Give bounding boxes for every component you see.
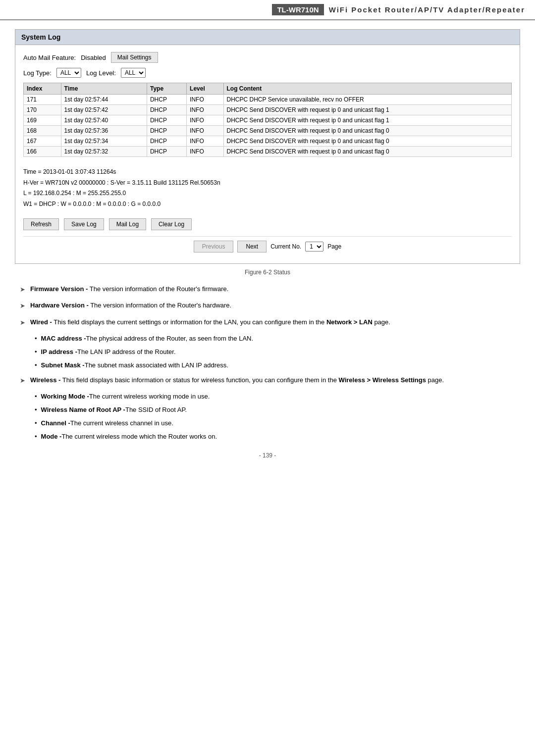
cell-index: 168 — [24, 126, 61, 136]
cell-time: 1st day 02:57:44 — [61, 95, 147, 105]
cell-level: INFO — [187, 126, 223, 136]
clear-log-button[interactable]: Clear Log — [151, 218, 192, 230]
mail-log-button[interactable]: Mail Log — [109, 218, 146, 230]
col-level: Level — [187, 83, 223, 95]
save-log-button[interactable]: Save Log — [64, 218, 104, 230]
bullet-item: Channel - The current wireless channel i… — [35, 418, 515, 429]
section-text: Firmware Version - The version informati… — [30, 284, 228, 295]
previous-button[interactable]: Previous — [194, 241, 234, 252]
cell-level: INFO — [187, 136, 223, 147]
section-arrow: ➤ — [20, 375, 25, 386]
cell-type: DHCP — [147, 147, 186, 157]
model-label: TL-WR710N — [272, 4, 323, 15]
cell-index: 169 — [24, 115, 61, 126]
syslog-title: System Log — [15, 30, 520, 45]
table-row: 1661st day 02:57:32DHCPINFODHCPC Send DI… — [24, 147, 512, 157]
button-row: Refresh Save Log Mail Log Clear Log — [23, 214, 512, 234]
doc-content: ➤Firmware Version - The version informat… — [15, 284, 520, 442]
current-no-select[interactable]: 1 — [305, 242, 323, 252]
current-no-label: Current No. — [270, 243, 301, 250]
col-time: Time — [61, 83, 147, 95]
bullet-list: MAC address - The physical address of th… — [35, 333, 515, 371]
section-text: Wireless - This field displays basic inf… — [30, 375, 444, 386]
bullet-item: MAC address - The physical address of th… — [35, 333, 515, 344]
bullet-item: Mode - The current wireless mode which t… — [35, 431, 515, 442]
bullet-item: IP address - The LAN IP address of the R… — [35, 347, 515, 357]
col-type: Type — [147, 83, 186, 95]
cell-index: 166 — [24, 147, 61, 157]
section-item: ➤Firmware Version - The version informat… — [20, 284, 515, 295]
cell-type: DHCP — [147, 126, 186, 136]
info-line: H-Ver = WR710N v2 00000000 : S-Ver = 3.1… — [23, 178, 512, 189]
cell-content: DHCPC Send DISCOVER with request ip 0 an… — [223, 126, 511, 136]
table-row: 1711st day 02:57:44DHCPINFODHCPC DHCP Se… — [24, 95, 512, 105]
table-header-row: Index Time Type Level Log Content — [24, 83, 512, 95]
cell-content: DHCPC Send DISCOVER with request ip 0 an… — [223, 105, 511, 115]
section-item: ➤Hardware Version - The version informat… — [20, 300, 515, 311]
log-table: Index Time Type Level Log Content 1711st… — [23, 83, 512, 157]
section-text: Wired - This field displays the current … — [30, 317, 390, 328]
section-arrow: ➤ — [20, 284, 25, 295]
bullet-item: Wireless Name of Root AP - The SSID of R… — [35, 404, 515, 415]
log-level-label: Log Level: — [86, 69, 116, 77]
bullet-item: Working Mode - The current wireless work… — [35, 391, 515, 402]
cell-type: DHCP — [147, 136, 186, 147]
cell-content: DHCPC Send DISCOVER with request ip 0 an… — [223, 136, 511, 147]
cell-index: 171 — [24, 95, 61, 105]
col-index: Index — [24, 83, 61, 95]
mail-settings-button[interactable]: Mail Settings — [111, 52, 158, 63]
table-row: 1691st day 02:57:40DHCPINFODHCPC Send DI… — [24, 115, 512, 126]
cell-index: 167 — [24, 136, 61, 147]
pagination-row: Previous Next Current No. 1 Page — [23, 236, 512, 256]
next-button[interactable]: Next — [237, 241, 267, 252]
section-arrow: ➤ — [20, 317, 25, 328]
page-number: - 139 - — [15, 452, 520, 469]
cell-time: 1st day 02:57:32 — [61, 147, 147, 157]
table-row: 1671st day 02:57:34DHCPINFODHCPC Send DI… — [24, 136, 512, 147]
cell-time: 1st day 02:57:40 — [61, 115, 147, 126]
cell-level: INFO — [187, 105, 223, 115]
page-header: TL-WR710N WiFi Pocket Router/AP/TV Adapt… — [0, 0, 535, 20]
cell-time: 1st day 02:57:36 — [61, 126, 147, 136]
cell-level: INFO — [187, 115, 223, 126]
auto-mail-value: Disabled — [81, 54, 106, 61]
table-row: 1681st day 02:57:36DHCPINFODHCPC Send DI… — [24, 126, 512, 136]
page-title: WiFi Pocket Router/AP/TV Adapter/Repeate… — [329, 5, 525, 14]
filter-row-log: Log Type: ALL Log Level: ALL — [23, 68, 512, 78]
cell-type: DHCP — [147, 95, 186, 105]
auto-mail-label: Auto Mail Feature: — [23, 54, 76, 61]
syslog-box: System Log Auto Mail Feature: Disabled M… — [15, 29, 520, 264]
bullet-item: Subnet Mask - The subnet mask associated… — [35, 360, 515, 371]
section-text: Hardware Version - The version informati… — [30, 300, 231, 311]
info-line: L = 192.168.0.254 : M = 255.255.255.0 — [23, 188, 512, 199]
main-container: System Log Auto Mail Feature: Disabled M… — [0, 20, 535, 478]
cell-content: DHCPC DHCP Service unavailable, recv no … — [223, 95, 511, 105]
filter-row-mail: Auto Mail Feature: Disabled Mail Setting… — [23, 52, 512, 63]
cell-time: 1st day 02:57:34 — [61, 136, 147, 147]
refresh-button[interactable]: Refresh — [23, 218, 59, 230]
col-content: Log Content — [223, 83, 511, 95]
figure-caption: Figure 6-2 Status — [15, 269, 520, 276]
cell-type: DHCP — [147, 115, 186, 126]
log-level-select[interactable]: ALL — [121, 68, 146, 78]
cell-level: INFO — [187, 147, 223, 157]
page-label: Page — [327, 243, 341, 250]
info-line: Time = 2013-01-01 3:07:43 11264s — [23, 167, 512, 178]
log-type-label: Log Type: — [23, 69, 52, 77]
section-arrow: ➤ — [20, 301, 25, 311]
bullet-list: Working Mode - The current wireless work… — [35, 391, 515, 442]
syslog-content: Auto Mail Feature: Disabled Mail Setting… — [15, 45, 520, 263]
section-item: ➤Wireless - This field displays basic in… — [20, 375, 515, 386]
cell-type: DHCP — [147, 105, 186, 115]
cell-level: INFO — [187, 95, 223, 105]
info-section: Time = 2013-01-01 3:07:43 11264sH-Ver = … — [23, 162, 512, 214]
info-line: W1 = DHCP : W = 0.0.0.0 : M = 0.0.0.0 : … — [23, 199, 512, 210]
cell-time: 1st day 02:57:42 — [61, 105, 147, 115]
cell-content: DHCPC Send DISCOVER with request ip 0 an… — [223, 147, 511, 157]
cell-index: 170 — [24, 105, 61, 115]
section-item: ➤Wired - This field displays the current… — [20, 317, 515, 328]
table-row: 1701st day 02:57:42DHCPINFODHCPC Send DI… — [24, 105, 512, 115]
cell-content: DHCPC Send DISCOVER with request ip 0 an… — [223, 115, 511, 126]
log-type-select[interactable]: ALL — [56, 68, 81, 78]
